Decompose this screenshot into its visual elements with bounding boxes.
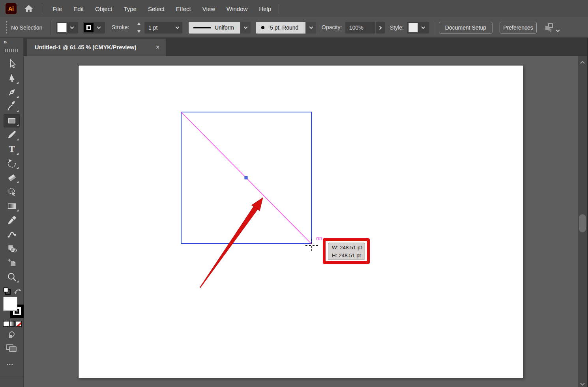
chevron-down-icon [421,25,425,29]
close-tab-icon[interactable]: × [156,44,159,51]
brush-dropdown[interactable] [306,22,316,34]
menu-select[interactable]: Select [148,6,165,12]
menu-help[interactable]: Help [259,6,271,12]
chevron-right-icon [378,26,382,30]
stepper-up-icon[interactable] [137,22,140,25]
curvature-tool[interactable] [4,100,20,113]
stroke-swatch[interactable] [84,23,94,32]
brush-value: 5 pt. Round [270,24,298,31]
rotate-tool[interactable] [4,157,20,170]
expand-panel-button[interactable]: » [4,38,6,45]
screen-mode-icon[interactable] [5,343,18,355]
blend-tool[interactable] [4,228,20,241]
scroll-down-icon[interactable] [581,380,584,387]
draw-mode-icon[interactable] [7,331,16,342]
eraser-tool[interactable] [4,171,20,184]
fill-color-control[interactable] [56,22,78,34]
stepper-down-icon[interactable] [137,30,140,33]
menu-items: File Edit Object Type Select Effect View… [52,0,283,17]
document-setup-button[interactable]: Document Setup [439,22,492,34]
style-swatch[interactable] [408,23,418,32]
menubar-separator [42,4,42,13]
menu-type[interactable]: Type [124,6,137,12]
svg-text:T: T [9,144,15,154]
paintbrush-tool[interactable] [4,128,20,142]
opacity-expand-button[interactable] [376,22,385,34]
fill-dropdown-button[interactable] [67,27,77,28]
edit-toolbar-button[interactable]: ••• [7,362,14,367]
flyout-indicator [17,138,19,140]
stroke-color-control[interactable] [83,22,105,34]
none-button[interactable] [16,321,22,327]
stroke-weight-value[interactable]: 1 pt [144,24,172,31]
color-button[interactable] [3,321,9,327]
chevron-down-icon [97,25,101,29]
flyout-indicator [17,110,19,112]
brush-preview[interactable]: 5 pt. Round [256,22,305,34]
flyout-indicator [17,82,19,84]
menu-file[interactable]: File [52,6,62,12]
width-profile-dropdown[interactable] [240,22,251,34]
stroke-dropdown-button[interactable] [94,27,104,28]
opacity-field[interactable]: 100% [345,22,375,34]
preferences-button[interactable]: Preferences [500,22,537,34]
graphic-style-control[interactable] [407,22,429,34]
stroke-weight-stepper[interactable] [136,22,142,33]
illustrator-logo-icon[interactable]: Ai [6,3,17,14]
illustrator-window: Ai File Edit Object Type Select Effect V… [0,0,588,387]
stroke-weight-dropdown[interactable] [172,27,182,28]
flyout-indicator [17,96,19,98]
chevron-down-icon [70,25,74,29]
rectangle-preview [181,112,312,244]
tool-list: T [4,57,20,284]
toolbar-drag-handle[interactable] [5,49,19,52]
menu-view[interactable]: View [202,6,215,12]
artboard-tool[interactable] [4,256,20,269]
document-tab[interactable]: Untitled-1 @ 61.45 % (CMYK/Preview) × [27,39,166,56]
controlbar-separator [434,21,434,35]
rectangle-tool[interactable] [4,114,20,127]
panel-drag-handle[interactable] [6,21,7,34]
measurement-tooltip: W: 248.51 pt H: 248.51 pt [328,243,365,260]
canvas-area[interactable]: on W: 248.51 pt H: 248.51 pt [24,56,578,387]
menubar-separator [279,4,279,13]
direct-selection-tool[interactable] [4,71,20,85]
stroke-weight-field[interactable]: 1 pt [144,22,182,34]
menu-edit[interactable]: Edit [73,6,84,12]
width-profile-preview[interactable]: Uniform [189,22,240,34]
vertical-scrollbar[interactable] [578,56,587,387]
home-icon[interactable] [24,4,34,14]
arrange-documents-dropdown[interactable] [556,26,559,33]
style-dropdown-button[interactable] [418,27,428,28]
type-tool[interactable]: T [4,142,20,156]
opacity-label[interactable]: Opacity: [322,24,342,31]
menu-effect[interactable]: Effect [176,6,191,12]
menu-window[interactable]: Window [227,6,247,12]
zoom-tool[interactable] [4,270,20,284]
toolbar-separator [0,376,24,376]
fill-swatch[interactable] [57,23,67,32]
menu-object[interactable]: Object [95,6,112,12]
brush-definition-control[interactable]: 5 pt. Round [256,22,316,34]
document-title: Untitled-1 @ 61.45 % (CMYK/Preview) [35,44,136,50]
flyout-indicator [17,124,19,126]
shape-builder-tool[interactable] [4,242,20,255]
fill-color-indicator[interactable] [3,297,17,311]
gradient-button[interactable] [9,321,15,327]
width-profile-control[interactable]: Uniform [189,22,251,34]
chevron-down-icon [175,25,179,29]
pen-tool[interactable] [4,86,20,99]
shaper-tool[interactable] [4,185,20,198]
selection-tool[interactable] [4,57,20,71]
swap-fill-stroke-icon[interactable] [13,287,22,297]
eyedropper-tool[interactable] [4,213,20,227]
default-fill-stroke-icon[interactable] [2,286,12,297]
scrollbar-thumb[interactable] [579,214,586,232]
scroll-up-icon[interactable] [581,59,584,66]
gradient-tool[interactable] [4,199,20,213]
control-bar: No Selection Stroke: 1 pt Uniform [0,17,588,38]
chevron-down-icon [556,28,560,32]
opacity-value[interactable]: 100% [345,24,375,31]
stroke-label[interactable]: Stroke: [112,24,129,31]
arrange-documents-icon[interactable] [544,22,555,34]
